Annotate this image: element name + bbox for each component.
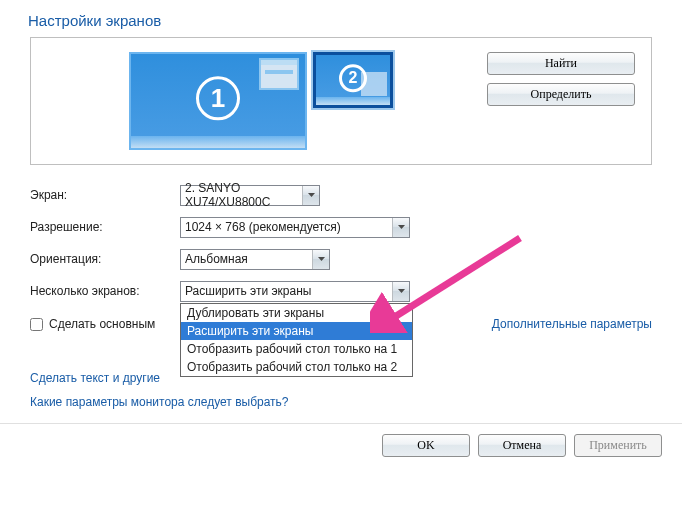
make-primary-label: Сделать основным [49,317,155,331]
multiple-displays-label: Несколько экранов: [30,284,180,298]
apply-button: Применить [574,434,662,457]
find-button[interactable]: Найти [487,52,635,75]
monitor-2-number: 2 [339,64,367,92]
screen-label: Экран: [30,188,180,202]
resolution-value: 1024 × 768 (рекомендуется) [185,220,341,234]
dropdown-option-extend[interactable]: Расширить эти экраны [181,322,412,340]
chevron-down-icon [392,218,409,237]
cancel-button[interactable]: Отмена [478,434,566,457]
dropdown-option-only-2[interactable]: Отобразить рабочий стол только на 2 [181,358,412,376]
monitor-preview-area[interactable]: 1 2 Найти Определить [30,37,652,165]
orientation-label: Ориентация: [30,252,180,266]
page-title: Настройки экранов [0,0,682,37]
multiple-displays-dropdown: Дублировать эти экраны Расширить эти экр… [180,303,413,377]
resolution-label: Разрешение: [30,220,180,234]
ok-button[interactable]: OK [382,434,470,457]
separator [0,423,682,424]
settings-form: Экран: 2. SANYO XU74/XU8800C Разрешение:… [0,179,682,307]
resolution-select[interactable]: 1024 × 768 (рекомендуется) [180,217,410,238]
make-primary-checkbox[interactable] [30,318,43,331]
monitor-1[interactable]: 1 [129,52,307,150]
orientation-select[interactable]: Альбомная [180,249,330,270]
monitor-2[interactable]: 2 [313,52,393,108]
dropdown-option-duplicate[interactable]: Дублировать эти экраны [181,304,412,322]
multiple-displays-select[interactable]: Расширить эти экраны [180,281,410,302]
chevron-down-icon [392,282,409,301]
chevron-down-icon [312,250,329,269]
multiple-displays-value: Расширить эти экраны [185,284,311,298]
orientation-value: Альбомная [185,252,248,266]
identify-button[interactable]: Определить [487,83,635,106]
advanced-settings-link[interactable]: Дополнительные параметры [492,317,652,331]
screen-select[interactable]: 2. SANYO XU74/XU8800C [180,185,320,206]
monitor-params-help-link[interactable]: Какие параметры монитора следует выбрать… [30,395,652,409]
monitor-1-number: 1 [196,76,240,120]
dialog-footer: OK Отмена Применить [0,434,682,457]
screen-value: 2. SANYO XU74/XU8800C [185,181,315,209]
dropdown-option-only-1[interactable]: Отобразить рабочий стол только на 1 [181,340,412,358]
chevron-down-icon [302,186,319,205]
